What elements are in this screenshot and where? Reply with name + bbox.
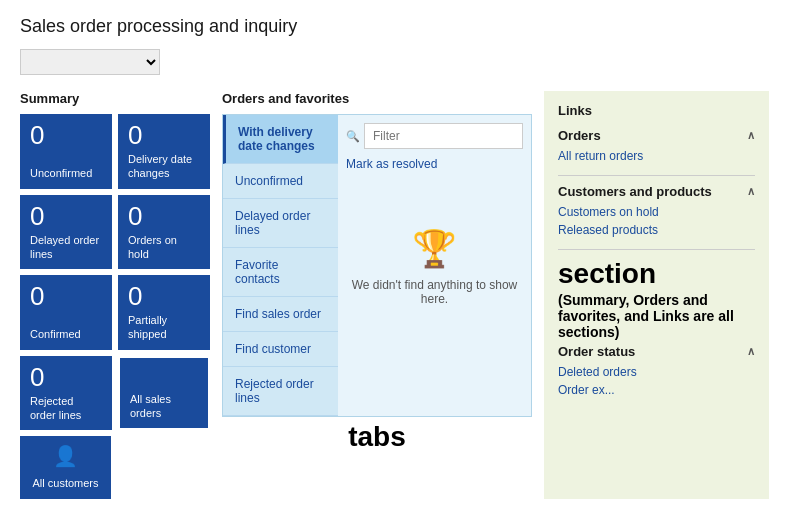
tile-partially-label: Partially shipped xyxy=(128,313,200,342)
tile-delayed-label: Delayed order lines xyxy=(30,233,102,262)
tile-unconfirmed-number: 0 xyxy=(30,122,102,148)
orders-chevron-icon: ∧ xyxy=(747,129,755,142)
links-label: Links xyxy=(558,103,755,118)
customers-products-chevron-icon: ∧ xyxy=(747,185,755,198)
tile-delivery-label: Delivery date changes xyxy=(128,152,200,181)
tile-orders-on-hold[interactable]: 0 Orders on hold xyxy=(118,195,210,270)
tile-delivery-date-changes[interactable]: 0 Delivery date changes xyxy=(118,114,210,189)
tile-unconfirmed-label: Unconfirmed xyxy=(30,166,102,180)
tile-on-hold-number: 0 xyxy=(128,203,200,229)
tile-delayed-number: 0 xyxy=(30,203,102,229)
mark-as-resolved-button[interactable]: Mark as resolved xyxy=(346,155,437,177)
nav-item-unconfirmed[interactable]: Unconfirmed xyxy=(223,164,338,199)
order-status-chevron-icon: ∧ xyxy=(747,345,755,358)
tile-all-sales-orders[interactable]: All sales orders xyxy=(118,356,210,431)
link-customers-on-hold[interactable]: Customers on hold xyxy=(558,205,755,219)
orders-favorites-section: Orders and favorites With delivery date … xyxy=(222,91,532,499)
link-group-customers-products-title: Customers and products xyxy=(558,184,712,199)
filter-input[interactable] xyxy=(364,123,523,149)
tile-rejected-label: Rejected order lines xyxy=(30,394,102,423)
tile-all-sales-label: All sales orders xyxy=(130,392,198,421)
nav-item-rejected-order-lines[interactable]: Rejected order lines xyxy=(223,367,338,416)
orders-favorites-label: Orders and favorites xyxy=(222,91,532,106)
link-group-customers-products-header[interactable]: Customers and products ∧ xyxy=(558,184,755,199)
section-annotation: section (Summary, Orders and favorites, … xyxy=(558,258,755,340)
nav-item-delayed-order-lines[interactable]: Delayed order lines xyxy=(223,199,338,248)
tile-all-customers[interactable]: 👤 All customers xyxy=(20,436,111,498)
tile-partially-number: 0 xyxy=(128,283,200,309)
summary-tiles-grid: 0 Unconfirmed 0 Delivery date changes 0 … xyxy=(20,114,210,430)
empty-state-message: We didn't find anything to show here. xyxy=(346,278,523,306)
link-all-return-orders[interactable]: All return orders xyxy=(558,149,755,163)
nav-item-favorite-contacts[interactable]: Favorite contacts xyxy=(223,248,338,297)
empty-state-icon: 🏆 xyxy=(412,228,457,270)
tile-on-hold-label: Orders on hold xyxy=(128,233,200,262)
tile-partially-shipped[interactable]: 0 Partially shipped xyxy=(118,275,210,350)
main-dropdown[interactable] xyxy=(20,49,160,75)
orders-inner-container: With delivery date changes Unconfirmed D… xyxy=(222,114,532,417)
section-description-text: (Summary, Orders and favorites, and Link… xyxy=(558,292,755,340)
tile-unconfirmed[interactable]: 0 Unconfirmed xyxy=(20,114,112,189)
link-group-order-status-title: Order status xyxy=(558,344,635,359)
link-group-customers-products: Customers and products ∧ Customers on ho… xyxy=(558,184,755,250)
link-group-order-status-header[interactable]: Order status ∧ xyxy=(558,344,755,359)
summary-label: Summary xyxy=(20,91,210,106)
nav-item-find-customer[interactable]: Find customer xyxy=(223,332,338,367)
tabs-annotation: tabs xyxy=(222,421,532,453)
link-group-orders-header[interactable]: Orders ∧ xyxy=(558,128,755,143)
page-title: Sales order processing and inquiry xyxy=(20,16,769,37)
tile-rejected-number: 0 xyxy=(30,364,102,390)
link-group-orders: Orders ∧ All return orders xyxy=(558,128,755,176)
orders-content-panel: 🔍 Mark as resolved 🏆 We didn't find anyt… xyxy=(338,115,531,416)
nav-item-find-sales-order[interactable]: Find sales order xyxy=(223,297,338,332)
link-group-order-status: Order status ∧ Deleted orders Order ex..… xyxy=(558,344,755,409)
link-released-products[interactable]: Released products xyxy=(558,223,755,237)
summary-section: Summary 0 Unconfirmed 0 Delivery date ch… xyxy=(20,91,210,499)
links-section: Links Orders ∧ All return orders Custome… xyxy=(544,91,769,499)
empty-state: 🏆 We didn't find anything to show here. xyxy=(346,177,523,357)
link-order-exceptions[interactable]: Order ex... xyxy=(558,383,755,397)
tile-rejected-order-lines[interactable]: 0 Rejected order lines xyxy=(20,356,112,431)
tabs-annotation-text: tabs xyxy=(348,421,406,452)
tile-customers-label: All customers xyxy=(32,476,98,490)
tile-confirmed-number: 0 xyxy=(30,283,102,309)
customers-icon: 👤 xyxy=(53,444,78,468)
orders-nav: With delivery date changes Unconfirmed D… xyxy=(223,115,338,416)
filter-bar: 🔍 xyxy=(346,123,523,149)
tile-delivery-number: 0 xyxy=(128,122,200,148)
tile-confirmed[interactable]: 0 Confirmed xyxy=(20,275,112,350)
link-deleted-orders[interactable]: Deleted orders xyxy=(558,365,755,379)
section-annotation-text: section xyxy=(558,258,656,289)
tile-delayed-order-lines[interactable]: 0 Delayed order lines xyxy=(20,195,112,270)
tile-confirmed-label: Confirmed xyxy=(30,327,102,341)
filter-icon: 🔍 xyxy=(346,130,360,143)
nav-item-with-delivery-date-changes[interactable]: With delivery date changes xyxy=(223,115,338,164)
link-group-orders-title: Orders xyxy=(558,128,601,143)
